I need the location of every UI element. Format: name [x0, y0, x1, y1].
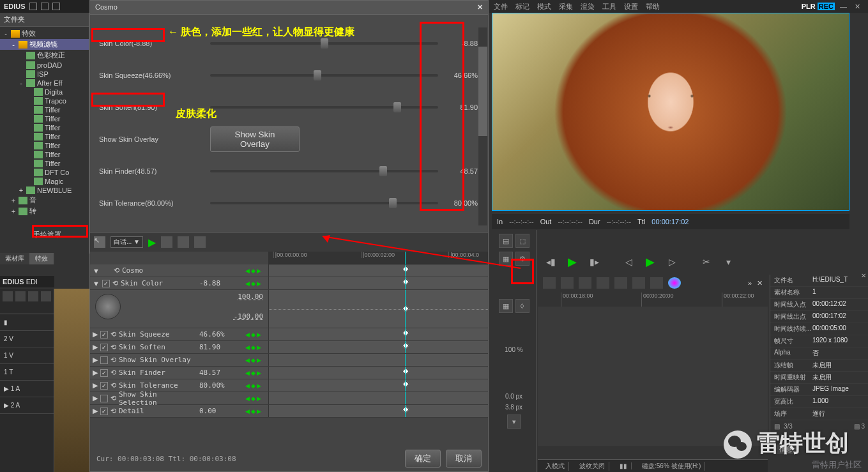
- menu-capture[interactable]: 采集: [559, 2, 573, 11]
- scissors-icon[interactable]: ✂: [699, 255, 714, 268]
- curve-icon[interactable]: ⟲: [110, 381, 116, 390]
- nav-btn[interactable]: ◊: [515, 299, 529, 313]
- tool-icon[interactable]: [614, 277, 627, 289]
- layout-btn[interactable]: ▦: [499, 252, 513, 266]
- collapse-icon[interactable]: ▼: [93, 280, 100, 287]
- keyframe-marker[interactable]: [402, 278, 409, 285]
- track-header[interactable]: 1 V: [0, 347, 54, 364]
- tool-icon[interactable]: [561, 277, 574, 289]
- scrollbar[interactable]: [478, 27, 487, 225]
- tree-item[interactable]: +转: [0, 206, 89, 217]
- wave-icon[interactable]: [178, 236, 189, 248]
- show-overlay-button[interactable]: Show Skin Overlay: [210, 126, 300, 152]
- tree-item[interactable]: -After Eff: [0, 79, 89, 88]
- tree-item[interactable]: Magic: [0, 177, 89, 186]
- kf-param-value[interactable]: 0.00: [199, 407, 238, 415]
- track-header[interactable]: ▶ 2 A: [0, 397, 54, 414]
- keyframe-marker[interactable]: [402, 406, 409, 413]
- next-kf-icon[interactable]: ▶: [257, 408, 261, 415]
- kf-checkbox[interactable]: [100, 382, 108, 390]
- add-kf-icon[interactable]: ◆: [251, 280, 255, 287]
- next-kf-icon[interactable]: ▶: [257, 357, 261, 363]
- play-icon[interactable]: ▶: [643, 255, 658, 268]
- next-kf-icon[interactable]: ▶: [257, 268, 261, 274]
- add-kf-icon[interactable]: ◆: [251, 370, 255, 376]
- handdrawn-mask-item[interactable]: 手绘遮罩: [33, 230, 61, 240]
- menu-marker[interactable]: 标记: [515, 2, 529, 11]
- chevron-icon[interactable]: »: [748, 279, 752, 287]
- param-value[interactable]: 48.57: [443, 167, 482, 175]
- tc-dur-value[interactable]: --:--:--:--: [607, 218, 631, 225]
- collapse-icon[interactable]: ▼: [93, 267, 100, 275]
- curve-icon[interactable]: ⟲: [110, 356, 116, 364]
- kf-ruler[interactable]: |00:00:00:00 |00:00:02:00 |00:00:04:0: [269, 252, 488, 264]
- kf-checkbox[interactable]: [100, 344, 108, 351]
- kf-checkbox[interactable]: [100, 395, 108, 402]
- next-icon[interactable]: ▮▸: [586, 255, 602, 268]
- next-kf-icon[interactable]: ▶: [257, 383, 261, 389]
- menu-render[interactable]: 渲染: [581, 2, 595, 11]
- curve-icon[interactable]: ⟲: [110, 369, 116, 377]
- kf-checkbox[interactable]: [100, 369, 108, 377]
- tree-item[interactable]: +音: [0, 195, 89, 206]
- tree-item[interactable]: DFT Co: [0, 168, 89, 177]
- graph-icon[interactable]: [194, 236, 206, 248]
- keyframe-marker[interactable]: [402, 266, 409, 273]
- tab-effects[interactable]: 特效: [30, 253, 54, 264]
- param-value[interactable]: 81.90: [443, 103, 482, 111]
- tool-icon[interactable]: [3, 291, 13, 301]
- prev-kf-icon[interactable]: ◀: [245, 331, 250, 338]
- tree-item[interactable]: Tiffer: [0, 105, 89, 114]
- kf-checkbox[interactable]: [100, 407, 108, 415]
- timeline[interactable]: 00:00:18:00 00:00:20:00 00:00:22:00: [538, 293, 768, 446]
- prev-icon[interactable]: ◂▮: [543, 255, 558, 268]
- tree-item[interactable]: -特效: [0, 28, 89, 39]
- track-header[interactable]: ▮: [0, 314, 54, 331]
- layout-btn[interactable]: ⬚: [515, 234, 529, 248]
- window-icon[interactable]: [41, 3, 49, 10]
- add-kf-icon[interactable]: ◆: [251, 357, 255, 363]
- kf-dropdown[interactable]: 白话... ▼: [110, 236, 143, 248]
- prev-kf-icon[interactable]: ◀: [245, 370, 250, 376]
- expand-icon[interactable]: ▶: [93, 356, 98, 364]
- curve-icon[interactable]: ⟲: [110, 407, 116, 415]
- track-header[interactable]: 2 V: [0, 331, 54, 347]
- tree-item[interactable]: ISP: [0, 70, 89, 79]
- add-kf-icon[interactable]: ◆: [251, 383, 255, 389]
- camera-icon[interactable]: [597, 277, 609, 289]
- loop-icon[interactable]: [161, 236, 172, 248]
- close-icon[interactable]: ✕: [477, 3, 483, 11]
- play-icon[interactable]: ▶: [148, 236, 156, 248]
- tab-library[interactable]: 素材库: [0, 253, 30, 264]
- curve-icon[interactable]: ⟲: [110, 394, 116, 402]
- nav-btn[interactable]: ▦: [499, 299, 513, 313]
- curve-area[interactable]: [269, 290, 488, 328]
- kf-checkbox[interactable]: [100, 331, 108, 339]
- window-icon[interactable]: [29, 3, 37, 10]
- play-icon[interactable]: ▶: [565, 255, 580, 268]
- close-icon[interactable]: ✕: [861, 272, 866, 279]
- tree-item[interactable]: Digita: [0, 88, 89, 96]
- preview-monitor[interactable]: [492, 13, 849, 211]
- prev-kf-icon[interactable]: ◀: [245, 344, 250, 351]
- status-ripple[interactable]: 波纹关闭: [575, 462, 609, 471]
- text-icon[interactable]: [650, 277, 663, 289]
- add-kf-icon[interactable]: ◆: [251, 408, 255, 415]
- track-header[interactable]: 1 T: [0, 364, 54, 381]
- param-slider[interactable]: [210, 170, 438, 172]
- zoom-percent[interactable]: 100 %: [505, 346, 522, 353]
- tree-item[interactable]: 色彩校正: [0, 50, 89, 61]
- next-kf-icon[interactable]: ▶: [257, 280, 261, 287]
- expand-icon[interactable]: ▶: [93, 381, 98, 390]
- tool-icon[interactable]: [41, 291, 51, 301]
- prev-kf-icon[interactable]: ◀: [245, 395, 250, 402]
- tool-icon[interactable]: [15, 291, 26, 301]
- keyframe-marker[interactable]: [402, 342, 409, 349]
- ok-button[interactable]: 确定: [405, 450, 441, 468]
- kf-param-value[interactable]: -8.88: [199, 279, 238, 287]
- param-slider[interactable]: [210, 42, 438, 45]
- kf-param-value[interactable]: 81.90: [199, 343, 238, 351]
- next-kf-icon[interactable]: ▶: [257, 344, 261, 351]
- tc-ttl-value[interactable]: 00:00:17:02: [651, 218, 689, 225]
- prev-kf-icon[interactable]: ◀: [245, 280, 250, 287]
